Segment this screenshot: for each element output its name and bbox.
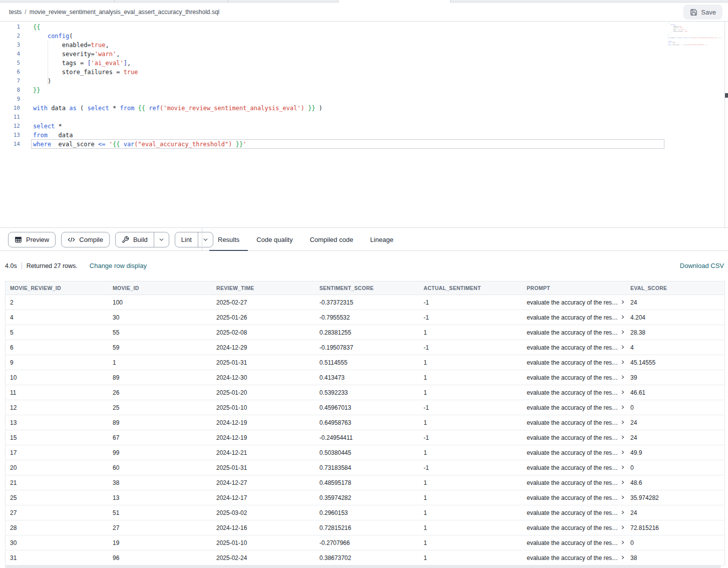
cell-sentiment_score: 0.5114555 xyxy=(315,359,419,366)
preview-button[interactable]: Preview xyxy=(8,232,56,247)
chevron-right-icon[interactable] xyxy=(620,481,625,485)
cell-review_time: 2024-12-30 xyxy=(212,374,315,381)
tab-code-quality[interactable]: Code quality xyxy=(248,228,301,251)
cell-movie_review_id: 27 xyxy=(6,509,108,516)
prompt-preview-text: evaluate the accuracy of the res… xyxy=(527,359,618,366)
prompt-preview-text: evaluate the accuracy of the res… xyxy=(527,449,618,456)
line-number: 5 xyxy=(0,59,20,68)
table-row: 912025-01-310.51145551evaluate the accur… xyxy=(6,355,724,370)
table-row: 27512025-03-020.29601531evaluate the acc… xyxy=(6,505,724,520)
compile-button[interactable]: Compile xyxy=(61,232,110,247)
cell-movie_id: 51 xyxy=(108,509,212,516)
tab-lineage[interactable]: Lineage xyxy=(361,228,402,251)
compile-label: Compile xyxy=(79,236,103,243)
table-body: 21002025-02-27-0.37372315-1evaluate the … xyxy=(6,295,724,565)
line-number: 12 xyxy=(0,122,20,131)
lint-label: Lint xyxy=(181,236,192,243)
build-label: Build xyxy=(133,236,148,243)
results-table: MOVIE_REVIEW_IDMOVIE_IDREVIEW_TIMESENTIM… xyxy=(5,281,724,565)
cell-prompt: evaluate the accuracy of the res… xyxy=(522,314,626,321)
chevron-right-icon[interactable] xyxy=(620,466,625,470)
column-header-actual_sentiment: ACTUAL_SENTIMENT xyxy=(419,285,522,291)
horizontal-scrollbar[interactable] xyxy=(5,565,721,568)
cell-prompt: evaluate the accuracy of the res… xyxy=(522,419,626,426)
cell-actual_sentiment: 1 xyxy=(419,479,522,486)
column-header-sentiment_score: SENTIMENT_SCORE xyxy=(315,285,419,291)
minimap[interactable]: {{ config( enabled=true, severity='warn'… xyxy=(668,22,724,67)
chevron-right-icon[interactable] xyxy=(620,451,625,455)
lint-button[interactable]: Lint xyxy=(175,232,213,247)
column-header-movie_review_id: MOVIE_REVIEW_ID xyxy=(6,285,108,291)
download-csv-link[interactable]: Download CSV xyxy=(680,262,724,269)
tab-results[interactable]: Results xyxy=(209,228,248,251)
chevron-right-icon[interactable] xyxy=(620,301,625,305)
line-number: 3 xyxy=(0,41,20,50)
cell-prompt: evaluate the accuracy of the res… xyxy=(522,524,626,531)
tab-compiled-code[interactable]: Compiled code xyxy=(301,228,362,251)
chevron-right-icon[interactable] xyxy=(620,511,625,515)
cell-prompt: evaluate the accuracy of the res… xyxy=(522,389,626,396)
save-label: Save xyxy=(701,9,716,16)
chevron-right-icon[interactable] xyxy=(620,436,625,440)
cell-sentiment_score: 0.5392233 xyxy=(315,389,419,396)
table-row: 10892024-12-300.4134731evaluate the accu… xyxy=(6,370,724,385)
table-row: 12252025-01-100.45967013-1evaluate the a… xyxy=(6,400,724,415)
table-row: 17992024-12-210.503804451evaluate the ac… xyxy=(6,445,724,460)
chevron-right-icon[interactable] xyxy=(620,391,625,395)
prompt-preview-text: evaluate the accuracy of the res… xyxy=(527,374,618,381)
column-header-movie_id: MOVIE_ID xyxy=(108,285,212,291)
chevron-right-icon[interactable] xyxy=(620,406,625,410)
cell-movie_id: 96 xyxy=(108,554,212,561)
chevron-right-icon[interactable] xyxy=(620,556,625,560)
chevron-down-icon xyxy=(158,236,165,243)
cell-review_time: 2025-01-31 xyxy=(212,464,315,471)
cell-eval_score: 48.6 xyxy=(626,479,724,486)
table-header-row: MOVIE_REVIEW_IDMOVIE_IDREVIEW_TIMESENTIM… xyxy=(6,281,724,295)
code-line-10: with data as ( select * from {{ ref('mov… xyxy=(33,104,322,113)
table-row: 5552025-02-080.283812551evaluate the acc… xyxy=(6,325,724,340)
build-dropdown-button[interactable] xyxy=(154,232,169,247)
cell-review_time: 2024-12-19 xyxy=(212,434,315,441)
line-number: 4 xyxy=(0,50,20,59)
table-row: 11262025-01-200.53922331evaluate the acc… xyxy=(6,385,724,400)
code-line-6: store_failures = true xyxy=(33,68,322,77)
chevron-right-icon[interactable] xyxy=(620,346,625,350)
table-row: 15672024-12-19-0.24954411-1evaluate the … xyxy=(6,430,724,445)
table-row: 4302025-01-26-0.7955532-1evaluate the ac… xyxy=(6,310,724,325)
query-status: 4.0s Returned 27 rows. Change row displa… xyxy=(5,262,147,269)
chevron-right-icon[interactable] xyxy=(620,376,625,380)
prompt-preview-text: evaluate the accuracy of the res… xyxy=(527,314,618,321)
chevron-right-icon[interactable] xyxy=(620,316,625,320)
cell-actual_sentiment: -1 xyxy=(419,344,522,351)
code-line-10: with data as ( select * from {{ ref('mov… xyxy=(668,37,724,39)
change-row-display-link[interactable]: Change row display xyxy=(90,262,147,269)
code-editor[interactable]: 1234567891011121314 {{ config( enabled=t… xyxy=(0,22,728,227)
cell-prompt: evaluate the accuracy of the res… xyxy=(522,434,626,441)
chevron-right-icon[interactable] xyxy=(620,361,625,365)
cell-review_time: 2024-12-21 xyxy=(212,449,315,456)
chevron-right-icon[interactable] xyxy=(620,496,625,500)
chevron-right-icon[interactable] xyxy=(620,421,625,425)
cell-actual_sentiment: 1 xyxy=(419,539,522,546)
chevron-right-icon[interactable] xyxy=(620,526,625,530)
cell-movie_review_id: 31 xyxy=(6,554,108,561)
save-button[interactable]: Save xyxy=(683,5,722,20)
cell-movie_review_id: 20 xyxy=(6,464,108,471)
chevron-right-icon[interactable] xyxy=(620,331,625,335)
scrollbar-thumb[interactable] xyxy=(725,93,728,98)
prompt-preview-text: evaluate the accuracy of the res… xyxy=(527,344,618,351)
cell-actual_sentiment: 1 xyxy=(419,419,522,426)
cell-movie_id: 60 xyxy=(108,464,212,471)
chevron-right-icon[interactable] xyxy=(620,541,625,545)
preview-label: Preview xyxy=(26,236,49,243)
cell-sentiment_score: -0.24954411 xyxy=(315,434,419,441)
cell-prompt: evaluate the accuracy of the res… xyxy=(522,344,626,351)
prompt-preview-text: evaluate the accuracy of the res… xyxy=(527,539,618,546)
build-button[interactable]: Build xyxy=(115,232,169,247)
cell-actual_sentiment: -1 xyxy=(419,434,522,441)
cell-movie_review_id: 28 xyxy=(6,524,108,531)
cell-actual_sentiment: 1 xyxy=(419,554,522,561)
cell-actual_sentiment: -1 xyxy=(419,314,522,321)
cell-movie_id: 1 xyxy=(108,359,212,366)
cell-movie_id: 59 xyxy=(108,344,212,351)
